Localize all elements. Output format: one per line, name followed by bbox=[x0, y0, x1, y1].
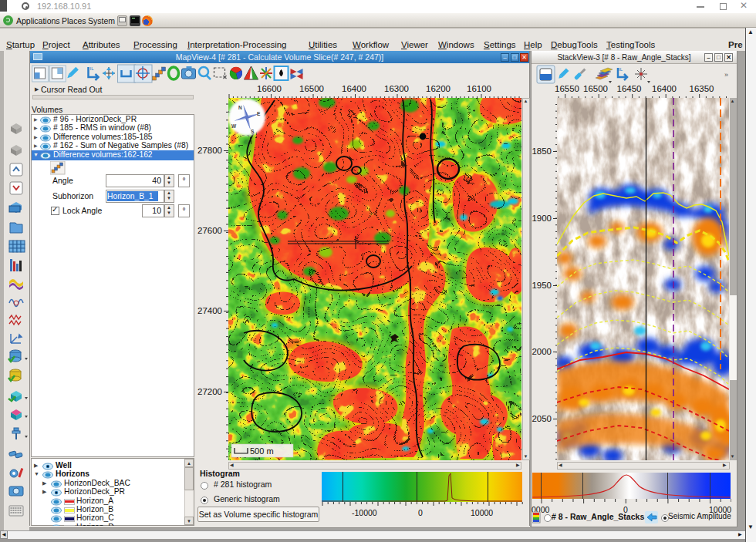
svg-text:IL: IL bbox=[619, 67, 623, 72]
svg-text:IL: IL bbox=[90, 66, 95, 71]
svg-text:S: S bbox=[251, 129, 255, 134]
svg-text:E: E bbox=[257, 111, 261, 116]
svg-text:W: W bbox=[231, 123, 237, 129]
svg-text:N: N bbox=[238, 105, 242, 110]
svg-text:»: » bbox=[724, 71, 728, 79]
svg-text:500 m: 500 m bbox=[250, 446, 274, 456]
